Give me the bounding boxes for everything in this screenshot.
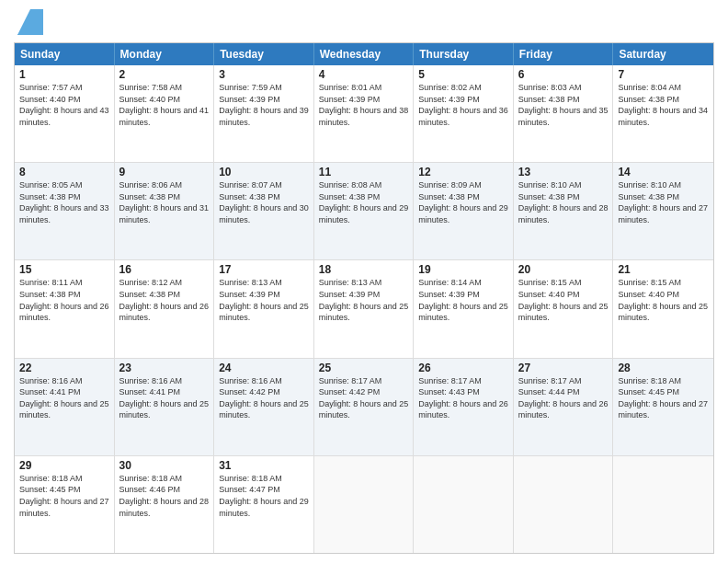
day-number: 5 xyxy=(418,68,508,81)
day-info: Sunrise: 8:11 AMSunset: 4:38 PMDaylight:… xyxy=(19,277,109,323)
calendar-row-4: 22Sunrise: 8:16 AMSunset: 4:41 PMDayligh… xyxy=(15,358,713,455)
day-number: 22 xyxy=(19,362,109,374)
day-info: Sunrise: 7:57 AMSunset: 4:40 PMDaylight:… xyxy=(19,82,109,128)
day-number: 7 xyxy=(618,68,709,81)
day-cell-30: 30Sunrise: 8:18 AMSunset: 4:46 PMDayligh… xyxy=(115,456,215,553)
day-info: Sunrise: 8:13 AMSunset: 4:39 PMDaylight:… xyxy=(219,277,309,323)
header xyxy=(14,9,714,35)
day-number: 30 xyxy=(119,459,210,472)
day-info: Sunrise: 8:16 AMSunset: 4:41 PMDaylight:… xyxy=(119,375,210,421)
day-number: 12 xyxy=(418,166,508,178)
day-info: Sunrise: 8:10 AMSunset: 4:38 PMDaylight:… xyxy=(618,179,709,225)
day-number: 26 xyxy=(418,362,508,374)
day-number: 15 xyxy=(19,263,109,276)
day-info: Sunrise: 8:13 AMSunset: 4:39 PMDaylight:… xyxy=(319,277,409,323)
day-cell-18: 18Sunrise: 8:13 AMSunset: 4:39 PMDayligh… xyxy=(314,260,415,357)
calendar: SundayMondayTuesdayWednesdayThursdayFrid… xyxy=(14,42,714,554)
day-info: Sunrise: 8:08 AMSunset: 4:38 PMDaylight:… xyxy=(319,179,409,225)
day-number: 18 xyxy=(319,263,409,276)
day-cell-17: 17Sunrise: 8:13 AMSunset: 4:39 PMDayligh… xyxy=(214,260,314,357)
calendar-header: SundayMondayTuesdayWednesdayThursdayFrid… xyxy=(15,43,713,65)
svg-marker-1 xyxy=(17,9,43,35)
logo-icon xyxy=(17,9,43,35)
day-info: Sunrise: 8:18 AMSunset: 4:47 PMDaylight:… xyxy=(219,473,309,519)
header-day-sunday: Sunday xyxy=(15,43,115,65)
day-cell-7: 7Sunrise: 8:04 AMSunset: 4:38 PMDaylight… xyxy=(613,65,713,162)
day-cell-1: 1Sunrise: 7:57 AMSunset: 4:40 PMDaylight… xyxy=(15,65,115,162)
day-number: 27 xyxy=(518,362,609,374)
day-info: Sunrise: 7:59 AMSunset: 4:39 PMDaylight:… xyxy=(219,82,309,128)
page: SundayMondayTuesdayWednesdayThursdayFrid… xyxy=(0,0,728,563)
day-number: 19 xyxy=(418,263,508,276)
day-number: 14 xyxy=(618,166,709,178)
empty-cell xyxy=(514,456,614,553)
day-number: 29 xyxy=(19,459,109,472)
day-info: Sunrise: 8:12 AMSunset: 4:38 PMDaylight:… xyxy=(119,277,210,323)
day-number: 11 xyxy=(319,166,409,178)
day-info: Sunrise: 7:58 AMSunset: 4:40 PMDaylight:… xyxy=(119,82,210,128)
day-info: Sunrise: 8:18 AMSunset: 4:46 PMDaylight:… xyxy=(119,473,210,519)
day-number: 23 xyxy=(119,362,210,374)
day-info: Sunrise: 8:17 AMSunset: 4:42 PMDaylight:… xyxy=(319,375,409,421)
day-number: 24 xyxy=(219,362,309,374)
day-info: Sunrise: 8:18 AMSunset: 4:45 PMDaylight:… xyxy=(618,375,709,421)
day-info: Sunrise: 8:17 AMSunset: 4:44 PMDaylight:… xyxy=(518,375,609,421)
day-number: 3 xyxy=(219,68,309,81)
day-cell-6: 6Sunrise: 8:03 AMSunset: 4:38 PMDaylight… xyxy=(514,65,614,162)
day-cell-3: 3Sunrise: 7:59 AMSunset: 4:39 PMDaylight… xyxy=(214,65,314,162)
header-day-tuesday: Tuesday xyxy=(214,43,314,65)
day-cell-27: 27Sunrise: 8:17 AMSunset: 4:44 PMDayligh… xyxy=(514,359,614,455)
day-cell-9: 9Sunrise: 8:06 AMSunset: 4:38 PMDaylight… xyxy=(115,163,215,259)
day-cell-29: 29Sunrise: 8:18 AMSunset: 4:45 PMDayligh… xyxy=(15,456,115,553)
day-cell-31: 31Sunrise: 8:18 AMSunset: 4:47 PMDayligh… xyxy=(214,456,314,553)
header-day-friday: Friday xyxy=(514,43,614,65)
day-cell-5: 5Sunrise: 8:02 AMSunset: 4:39 PMDaylight… xyxy=(414,65,514,162)
day-info: Sunrise: 8:06 AMSunset: 4:38 PMDaylight:… xyxy=(119,179,210,225)
day-info: Sunrise: 8:03 AMSunset: 4:38 PMDaylight:… xyxy=(518,82,609,128)
day-info: Sunrise: 8:15 AMSunset: 4:40 PMDaylight:… xyxy=(618,277,709,323)
day-cell-26: 26Sunrise: 8:17 AMSunset: 4:43 PMDayligh… xyxy=(414,359,514,455)
day-cell-2: 2Sunrise: 7:58 AMSunset: 4:40 PMDaylight… xyxy=(115,65,215,162)
day-info: Sunrise: 8:01 AMSunset: 4:39 PMDaylight:… xyxy=(319,82,409,128)
calendar-row-5: 29Sunrise: 8:18 AMSunset: 4:45 PMDayligh… xyxy=(15,455,713,553)
day-cell-16: 16Sunrise: 8:12 AMSunset: 4:38 PMDayligh… xyxy=(115,260,215,357)
empty-cell xyxy=(414,456,514,553)
logo xyxy=(14,9,43,35)
calendar-row-3: 15Sunrise: 8:11 AMSunset: 4:38 PMDayligh… xyxy=(15,259,713,357)
day-cell-11: 11Sunrise: 8:08 AMSunset: 4:38 PMDayligh… xyxy=(314,163,415,259)
day-info: Sunrise: 8:09 AMSunset: 4:38 PMDaylight:… xyxy=(418,179,508,225)
day-number: 2 xyxy=(119,68,210,81)
day-number: 8 xyxy=(19,166,109,178)
day-cell-28: 28Sunrise: 8:18 AMSunset: 4:45 PMDayligh… xyxy=(613,359,713,455)
day-cell-8: 8Sunrise: 8:05 AMSunset: 4:38 PMDaylight… xyxy=(15,163,115,259)
day-cell-25: 25Sunrise: 8:17 AMSunset: 4:42 PMDayligh… xyxy=(314,359,415,455)
day-number: 16 xyxy=(119,263,210,276)
day-info: Sunrise: 8:02 AMSunset: 4:39 PMDaylight:… xyxy=(418,82,508,128)
day-number: 17 xyxy=(219,263,309,276)
day-number: 4 xyxy=(319,68,409,81)
day-number: 21 xyxy=(618,263,709,276)
day-cell-14: 14Sunrise: 8:10 AMSunset: 4:38 PMDayligh… xyxy=(613,163,713,259)
day-cell-24: 24Sunrise: 8:16 AMSunset: 4:42 PMDayligh… xyxy=(214,359,314,455)
day-info: Sunrise: 8:04 AMSunset: 4:38 PMDaylight:… xyxy=(618,82,709,128)
calendar-row-2: 8Sunrise: 8:05 AMSunset: 4:38 PMDaylight… xyxy=(15,162,713,259)
header-day-thursday: Thursday xyxy=(414,43,514,65)
empty-cell xyxy=(314,456,415,553)
day-cell-10: 10Sunrise: 8:07 AMSunset: 4:38 PMDayligh… xyxy=(214,163,314,259)
day-info: Sunrise: 8:05 AMSunset: 4:38 PMDaylight:… xyxy=(19,179,109,225)
day-info: Sunrise: 8:16 AMSunset: 4:42 PMDaylight:… xyxy=(219,375,309,421)
header-day-saturday: Saturday xyxy=(613,43,713,65)
day-cell-21: 21Sunrise: 8:15 AMSunset: 4:40 PMDayligh… xyxy=(613,260,713,357)
calendar-row-1: 1Sunrise: 7:57 AMSunset: 4:40 PMDaylight… xyxy=(15,65,713,162)
day-info: Sunrise: 8:16 AMSunset: 4:41 PMDaylight:… xyxy=(19,375,109,421)
day-number: 6 xyxy=(518,68,609,81)
day-cell-19: 19Sunrise: 8:14 AMSunset: 4:39 PMDayligh… xyxy=(414,260,514,357)
day-number: 28 xyxy=(618,362,709,374)
day-number: 13 xyxy=(518,166,609,178)
day-info: Sunrise: 8:15 AMSunset: 4:40 PMDaylight:… xyxy=(518,277,609,323)
day-number: 9 xyxy=(119,166,210,178)
day-cell-22: 22Sunrise: 8:16 AMSunset: 4:41 PMDayligh… xyxy=(15,359,115,455)
day-info: Sunrise: 8:18 AMSunset: 4:45 PMDaylight:… xyxy=(19,473,109,519)
day-info: Sunrise: 8:14 AMSunset: 4:39 PMDaylight:… xyxy=(418,277,508,323)
empty-cell xyxy=(613,456,713,553)
